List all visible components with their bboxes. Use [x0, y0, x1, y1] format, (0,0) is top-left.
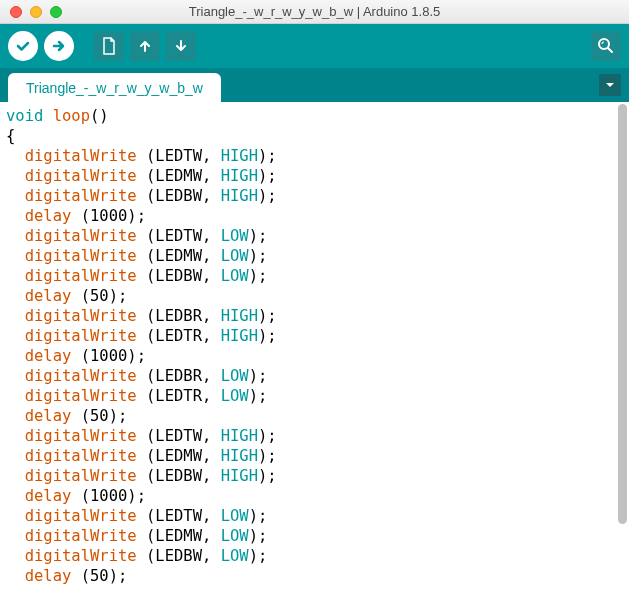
arrow-down-icon: [173, 38, 189, 54]
new-sketch-button[interactable]: [94, 31, 124, 61]
tabbar: Triangle_-_w_r_w_y_w_b_w: [0, 68, 629, 102]
serial-monitor-button[interactable]: [591, 31, 621, 61]
arrow-up-icon: [137, 38, 153, 54]
magnifier-icon: [597, 37, 615, 55]
tab-active[interactable]: Triangle_-_w_r_w_y_w_b_w: [8, 73, 221, 102]
arrow-right-icon: [51, 38, 67, 54]
traffic-lights: [0, 6, 62, 18]
open-sketch-button[interactable]: [130, 31, 160, 61]
check-icon: [15, 38, 31, 54]
code-editor[interactable]: void loop() { digitalWrite (LEDTW, HIGH)…: [0, 102, 629, 590]
verify-button[interactable]: [8, 31, 38, 61]
minimize-window-button[interactable]: [30, 6, 42, 18]
scroll-thumb[interactable]: [618, 104, 627, 524]
chevron-down-icon: [604, 79, 616, 91]
save-sketch-button[interactable]: [166, 31, 196, 61]
editor-area[interactable]: void loop() { digitalWrite (LEDTW, HIGH)…: [0, 102, 629, 600]
window-title: Triangle_-_w_r_w_y_w_b_w | Arduino 1.8.5: [0, 4, 629, 19]
upload-button[interactable]: [44, 31, 74, 61]
close-window-button[interactable]: [10, 6, 22, 18]
titlebar: Triangle_-_w_r_w_y_w_b_w | Arduino 1.8.5: [0, 0, 629, 24]
file-icon: [101, 37, 117, 55]
scrollbar[interactable]: [618, 104, 627, 598]
tab-menu-button[interactable]: [599, 74, 621, 96]
toolbar: [0, 24, 629, 68]
zoom-window-button[interactable]: [50, 6, 62, 18]
